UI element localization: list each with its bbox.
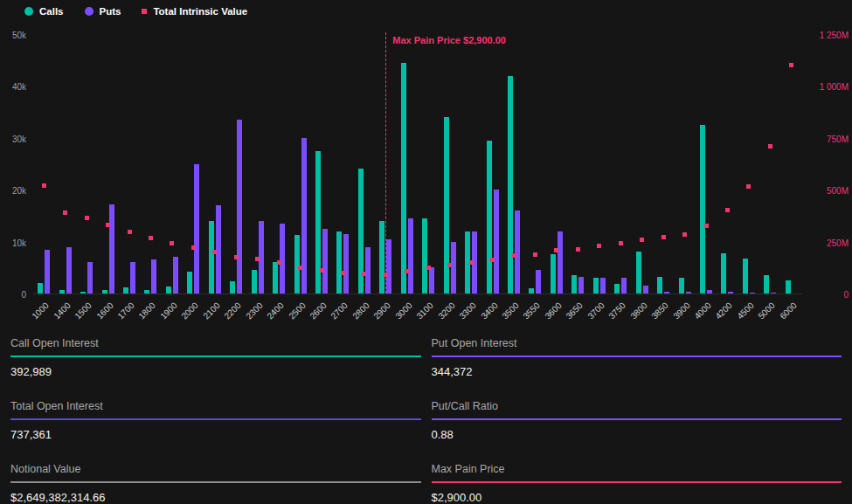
put-bar xyxy=(771,293,776,293)
call-bar xyxy=(636,252,641,293)
stat-put-call-ratio: Put/Call Ratio 0.88 xyxy=(432,400,842,441)
intrinsic-value-dot xyxy=(191,245,196,250)
x-axis-tick: 1000 xyxy=(30,300,51,321)
intrinsic-value-dot xyxy=(768,144,772,148)
put-bar xyxy=(194,164,199,294)
put-bar xyxy=(109,204,114,293)
x-axis-tick: 3400 xyxy=(479,300,500,321)
put-bar xyxy=(578,277,584,293)
intrinsic-value-dot xyxy=(662,235,666,239)
left-axis-labels: 010k20k30k40k50k xyxy=(0,35,29,294)
x-axis-tick: 1900 xyxy=(158,300,179,321)
stat-value: 392,989 xyxy=(10,357,421,378)
intrinsic-value-dot xyxy=(63,211,67,215)
call-bar xyxy=(422,218,427,293)
x-axis-tick: 3700 xyxy=(585,300,606,321)
stat-label: Notional Value xyxy=(10,463,421,481)
call-bar xyxy=(764,275,769,293)
right-axis-labels: 0250M500M750M1 000M1 250M xyxy=(805,35,850,294)
put-bar xyxy=(429,267,434,293)
stat-value: $2,900.00 xyxy=(432,483,842,504)
stat-value: 737,361 xyxy=(10,420,421,441)
right-axis-tick: 250M xyxy=(827,238,849,247)
stat-label: Put Open Interest xyxy=(432,337,842,356)
put-bar xyxy=(173,257,178,293)
intrinsic-value-dot xyxy=(234,255,239,259)
x-axis-tick: 6000 xyxy=(778,300,799,321)
call-bar xyxy=(721,253,726,293)
put-bar xyxy=(66,247,72,293)
put-bar xyxy=(558,231,563,293)
put-bar xyxy=(750,293,755,293)
put-bar xyxy=(728,292,733,293)
put-bar xyxy=(664,292,669,293)
stat-notional-value: Notional Value $2,649,382,314.66 xyxy=(10,463,421,504)
stat-max-pain-price: Max Pain Price $2,900.00 xyxy=(432,463,842,504)
call-bar xyxy=(487,141,492,293)
x-axis-tick: 3300 xyxy=(457,300,478,321)
intrinsic-value-dot xyxy=(576,247,580,252)
max-pain-line xyxy=(385,32,386,293)
intrinsic-value-dot xyxy=(447,263,452,267)
stats-grid: Call Open Interest 392,989 Put Open Inte… xyxy=(0,330,852,504)
intrinsic-value-dot xyxy=(533,252,537,257)
put-bar xyxy=(686,292,691,293)
left-axis-tick: 40k xyxy=(12,82,26,92)
x-axis-tick: 3550 xyxy=(522,300,543,321)
call-bar xyxy=(743,259,748,293)
x-axis-tick: 3200 xyxy=(436,300,457,321)
intrinsic-value-dot xyxy=(725,208,730,212)
intrinsic-value-dot xyxy=(597,244,601,248)
intrinsic-value-dot xyxy=(320,268,324,273)
intrinsic-value-dot xyxy=(170,241,174,245)
legend-item-puts[interactable]: Puts xyxy=(85,6,121,17)
intrinsic-value-dot xyxy=(341,271,345,275)
left-axis-tick: 30k xyxy=(12,134,26,143)
stat-call-open-interest: Call Open Interest 392,989 xyxy=(10,337,421,378)
left-axis-tick: 50k xyxy=(12,31,26,40)
put-bar xyxy=(536,270,541,293)
put-bar xyxy=(600,278,606,293)
put-bar xyxy=(386,239,391,293)
legend-item-calls[interactable]: Calls xyxy=(24,6,64,17)
intrinsic-value-dot xyxy=(362,272,366,276)
call-bar xyxy=(59,290,65,293)
call-bar xyxy=(401,63,406,293)
x-axis-tick: 2200 xyxy=(222,300,243,321)
intrinsic-value-dot xyxy=(746,184,751,189)
intrinsic-value-dot xyxy=(405,269,409,273)
x-axis-tick: 2300 xyxy=(244,300,265,321)
x-axis-tick: 5000 xyxy=(757,300,778,321)
legend-label-calls: Calls xyxy=(39,6,64,17)
stat-label: Max Pain Price xyxy=(432,463,842,481)
intrinsic-marker-icon xyxy=(142,9,147,14)
x-axis-tick: 2900 xyxy=(372,300,393,321)
plot-area[interactable]: Max Pain Price $2,900.00 xyxy=(33,35,802,294)
call-bar xyxy=(273,262,278,293)
call-bar xyxy=(551,254,556,293)
calls-marker-icon xyxy=(24,7,33,16)
intrinsic-value-dot xyxy=(298,266,302,270)
x-axis-tick: 3850 xyxy=(649,300,670,321)
call-bar xyxy=(529,288,534,293)
intrinsic-value-dot xyxy=(469,260,474,265)
x-axis-tick: 4000 xyxy=(692,300,713,321)
x-axis-tick: 4200 xyxy=(714,300,735,321)
intrinsic-value-dot xyxy=(490,258,495,262)
intrinsic-value-dot xyxy=(789,63,793,67)
put-bar xyxy=(130,262,135,293)
x-axis-tick: 3500 xyxy=(500,300,521,321)
legend-item-total-intrinsic-value[interactable]: Total Intrinsic Value xyxy=(142,6,247,17)
x-axis-tick: 2400 xyxy=(265,300,286,321)
x-axis-tick: 3000 xyxy=(393,300,414,321)
put-bar xyxy=(45,250,50,293)
x-axis-labels: 1000140015001600170018001900200021002200… xyxy=(33,295,802,330)
call-bar xyxy=(679,278,684,293)
stat-label: Total Open Interest xyxy=(10,400,421,418)
intrinsic-value-dot xyxy=(42,183,46,188)
stat-value: $2,649,382,314.66 xyxy=(10,483,421,504)
call-bar xyxy=(786,280,791,293)
x-axis-tick: 3650 xyxy=(565,300,585,321)
intrinsic-value-dot xyxy=(212,250,217,254)
x-axis-tick: 2700 xyxy=(329,300,350,321)
